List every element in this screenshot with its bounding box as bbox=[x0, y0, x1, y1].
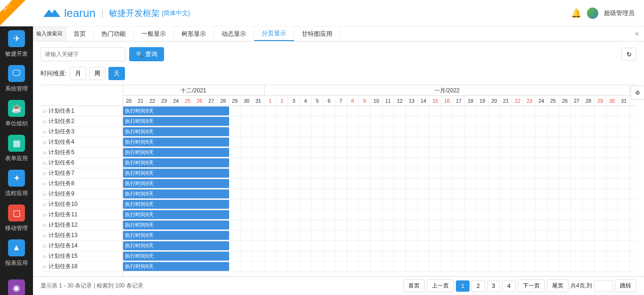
avatar[interactable] bbox=[587, 8, 598, 19]
tab[interactable]: 首页 bbox=[66, 26, 94, 41]
task-row[interactable]: ▷计划任务13 bbox=[41, 230, 123, 241]
gantt-bar[interactable]: 执行时间9天 bbox=[123, 117, 229, 126]
task-row[interactable]: ▷计划任务6 bbox=[41, 158, 123, 168]
gantt-bar[interactable]: 执行时间9天 bbox=[123, 158, 229, 167]
expand-icon[interactable]: ▷ bbox=[43, 202, 47, 207]
jump-button[interactable]: 跳转 bbox=[615, 279, 636, 292]
tab[interactable]: 热门功能 bbox=[94, 26, 134, 41]
gantt-timeline[interactable]: 十二/2021一月/2022 2021222324252627282930311… bbox=[123, 85, 636, 276]
gantt-row: 执行时间9天 bbox=[123, 262, 636, 272]
day-header: 23 bbox=[158, 96, 170, 106]
page-first[interactable]: 首页 bbox=[403, 279, 425, 292]
task-row[interactable]: ▷计划任务7 bbox=[41, 168, 123, 179]
nav-item[interactable]: ▲报表应用 bbox=[0, 236, 33, 270]
gantt-bar[interactable]: 执行时间9天 bbox=[123, 262, 229, 271]
official-ribbon: 官方 bbox=[0, 0, 28, 28]
tabs: 输入搜索词 首页热门功能一般显示树形显示动态显示分页显示甘特图应用✕ bbox=[33, 26, 644, 41]
task-name: 计划任务8 bbox=[49, 180, 74, 188]
username[interactable]: 超级管理员 bbox=[604, 9, 635, 17]
task-row[interactable]: ▷计划任务15 bbox=[41, 251, 123, 262]
gantt-bar[interactable]: 执行时间9天 bbox=[123, 252, 229, 261]
timedim-option[interactable]: 天 bbox=[108, 67, 125, 80]
language-selector[interactable]: [简体中文] bbox=[162, 9, 190, 17]
expand-icon[interactable]: ▷ bbox=[43, 119, 47, 124]
task-row[interactable]: ▷计划任务8 bbox=[41, 179, 123, 189]
gantt-bar[interactable]: 执行时间9天 bbox=[123, 169, 229, 178]
task-row[interactable]: ▷计划任务3 bbox=[41, 127, 123, 137]
logo[interactable]: learun bbox=[42, 7, 96, 20]
gantt-bar[interactable]: 执行时间9天 bbox=[123, 127, 229, 136]
task-row[interactable]: ▷计划任务16 bbox=[41, 262, 123, 272]
expand-icon[interactable]: ▷ bbox=[43, 109, 47, 114]
expand-icon[interactable]: ▷ bbox=[43, 223, 47, 228]
task-row[interactable]: ▷计划任务12 bbox=[41, 220, 123, 230]
expand-icon[interactable]: ▷ bbox=[43, 264, 47, 269]
task-row[interactable]: ▷计划任务5 bbox=[41, 148, 123, 158]
task-row[interactable]: ▷计划任务4 bbox=[41, 137, 123, 148]
page-number[interactable]: 2 bbox=[471, 280, 485, 292]
nav-item[interactable]: ✈敏捷开发 bbox=[0, 26, 33, 61]
tab[interactable]: 甘特图应用 bbox=[294, 26, 340, 41]
tab[interactable]: 分页显示 bbox=[254, 26, 294, 41]
gantt-bar[interactable]: 执行时间9天 bbox=[123, 241, 229, 250]
nav-item[interactable]: ☕单位组织 bbox=[0, 96, 33, 131]
expand-icon[interactable]: ▷ bbox=[43, 140, 47, 145]
nav-icon: ✈ bbox=[8, 30, 25, 47]
tab[interactable]: 树形显示 bbox=[174, 26, 214, 41]
page-prev[interactable]: 上一页 bbox=[427, 279, 454, 292]
expand-icon[interactable]: ▷ bbox=[43, 244, 47, 248]
gantt-bar[interactable]: 执行时间9天 bbox=[123, 210, 229, 219]
task-row[interactable]: ▷计划任务2 bbox=[41, 116, 123, 127]
page-number[interactable]: 3 bbox=[487, 280, 501, 292]
gantt-bar[interactable]: 执行时间9天 bbox=[123, 221, 229, 229]
page-next[interactable]: 下一页 bbox=[518, 279, 545, 292]
tab[interactable]: 一般显示 bbox=[134, 26, 174, 41]
gantt-bar[interactable]: 执行时间9天 bbox=[123, 200, 229, 209]
expand-icon[interactable]: ▷ bbox=[43, 150, 47, 155]
nav-item[interactable]: 🖵系统管理 bbox=[0, 61, 33, 96]
tab-search[interactable]: 输入搜索词 bbox=[33, 26, 66, 41]
day-header: 20 bbox=[488, 96, 500, 106]
settings-gear-icon[interactable]: ⚙ bbox=[631, 86, 644, 100]
tab[interactable]: 动态显示 bbox=[214, 26, 254, 41]
task-row[interactable]: ▷计划任务9 bbox=[41, 189, 123, 199]
task-row[interactable]: ▷计划任务11 bbox=[41, 210, 123, 220]
expand-icon[interactable]: ▷ bbox=[43, 171, 47, 176]
jump-input[interactable] bbox=[594, 280, 613, 292]
gantt-bar[interactable]: 执行时间9天 bbox=[123, 148, 229, 157]
expand-icon[interactable]: ▷ bbox=[43, 192, 47, 197]
search-icon: 🔍 bbox=[136, 51, 143, 58]
close-icon[interactable]: ✕ bbox=[630, 26, 644, 41]
timedim-option[interactable]: 周 bbox=[89, 67, 106, 80]
expand-icon[interactable]: ▷ bbox=[43, 130, 47, 134]
task-name: 计划任务15 bbox=[49, 252, 77, 260]
expand-icon[interactable]: ▷ bbox=[43, 161, 47, 165]
page-number[interactable]: 4 bbox=[502, 280, 516, 292]
page-number[interactable]: 1 bbox=[456, 280, 470, 292]
search-button[interactable]: 🔍 查询 bbox=[129, 47, 164, 61]
task-row[interactable]: ▷计划任务10 bbox=[41, 199, 123, 210]
expand-icon[interactable]: ▷ bbox=[43, 213, 47, 217]
task-row[interactable]: ▷计划任务14 bbox=[41, 241, 123, 251]
gantt-bar[interactable]: 执行时间9天 bbox=[123, 107, 229, 115]
task-row[interactable]: ▷计划任务1 bbox=[41, 106, 123, 116]
refresh-button[interactable]: ↻ bbox=[621, 48, 636, 61]
timedim-option[interactable]: 月 bbox=[70, 67, 86, 80]
page-last[interactable]: 尾页 bbox=[547, 279, 569, 292]
gantt-bar[interactable]: 执行时间9天 bbox=[123, 179, 229, 188]
keyword-input[interactable] bbox=[41, 47, 125, 61]
expand-icon[interactable]: ▷ bbox=[43, 181, 47, 186]
nav-label: 单位组织 bbox=[5, 120, 28, 128]
nav-icon: ▢ bbox=[8, 205, 25, 221]
nav-item[interactable]: ◉ bbox=[0, 270, 33, 295]
expand-icon[interactable]: ▷ bbox=[43, 254, 47, 259]
gantt-bar[interactable]: 执行时间9天 bbox=[123, 138, 229, 147]
nav-item[interactable]: ▦表单应用 bbox=[0, 131, 33, 166]
expand-icon[interactable]: ▷ bbox=[43, 233, 47, 238]
gantt-bar[interactable]: 执行时间9天 bbox=[123, 189, 229, 198]
nav-item[interactable]: ▢移动管理 bbox=[0, 201, 33, 236]
nav-item[interactable]: ✦流程应用 bbox=[0, 166, 33, 201]
day-header: 10 bbox=[371, 96, 382, 106]
gantt-bar[interactable]: 执行时间9天 bbox=[123, 231, 229, 240]
bell-icon[interactable]: 🔔 bbox=[571, 8, 581, 18]
